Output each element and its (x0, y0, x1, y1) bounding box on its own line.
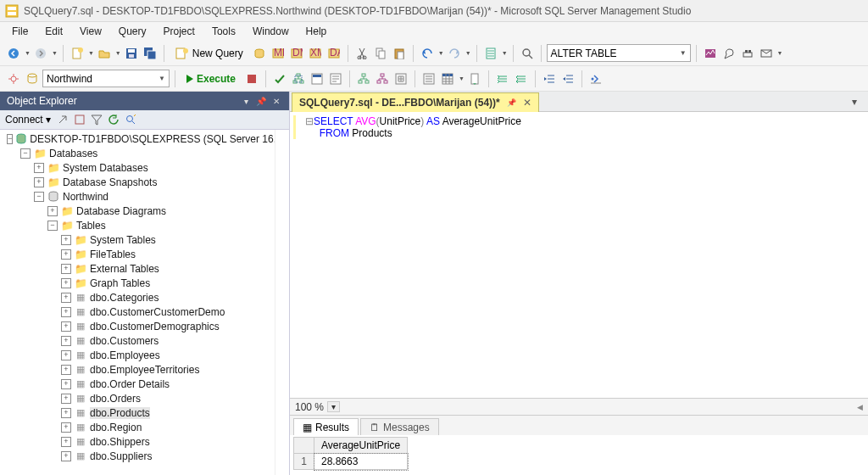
object-type-combo[interactable]: ALTER TABLE ▼ (547, 44, 691, 62)
menu-tools[interactable]: Tools (203, 24, 244, 39)
new-query-button[interactable]: New Query (170, 45, 249, 62)
client-stats-button[interactable] (392, 70, 409, 87)
solution-button[interactable] (482, 45, 499, 62)
save-all-button[interactable] (142, 45, 159, 62)
tables-node[interactable]: Tables (76, 220, 106, 232)
menu-file[interactable]: File (3, 24, 36, 39)
find-button[interactable] (519, 45, 536, 62)
activity-monitor-button[interactable] (702, 45, 719, 62)
pin-icon[interactable]: 📌 (507, 98, 516, 107)
dmx-query-button[interactable]: DMX (288, 45, 305, 62)
parse-button[interactable] (271, 70, 288, 87)
outline-collapse-icon[interactable]: ⊟ (305, 115, 314, 127)
nav-fwd-button[interactable] (32, 45, 49, 62)
table-node[interactable]: dbo.Orders (90, 393, 141, 405)
scroll-left-icon[interactable]: ◀ (857, 403, 863, 411)
refresh-icon[interactable] (107, 113, 120, 126)
menu-edit[interactable]: Edit (36, 24, 71, 39)
table-node[interactable]: dbo.Region (90, 422, 142, 433)
copy-button[interactable] (372, 45, 389, 62)
db-engine-query-button[interactable] (251, 45, 268, 62)
dropdown-arrow-icon[interactable]: ▼ (459, 75, 465, 81)
server-node[interactable]: DESKTOP-TD1FBDO\SQLEXPRESS (SQL Server 1… (30, 133, 285, 145)
table-node[interactable]: dbo.CustomerCustomerDemo (90, 306, 225, 318)
undo-button[interactable] (419, 45, 436, 62)
dropdown-arrow-icon[interactable]: ▼ (52, 50, 58, 56)
diagrams-node[interactable]: Database Diagrams (76, 205, 166, 217)
object-explorer-tree[interactable]: −DESKTOP-TD1FBDO\SQLEXPRESS (SQL Server … (0, 130, 289, 475)
cancel-query-button[interactable] (243, 70, 260, 87)
xmla-query-button[interactable]: XMLA (307, 45, 324, 62)
menu-help[interactable]: Help (298, 24, 336, 39)
results-file-button[interactable] (466, 70, 483, 87)
graph-tables-node[interactable]: Graph Tables (90, 277, 150, 289)
close-tab-icon[interactable]: ✕ (523, 97, 531, 109)
uncomment-button[interactable] (513, 70, 530, 87)
menu-view[interactable]: View (71, 24, 110, 39)
menu-project[interactable]: Project (155, 24, 203, 39)
table-node[interactable]: dbo.Categories (90, 292, 159, 304)
dropdown-arrow-icon[interactable]: ▼ (88, 50, 94, 56)
dropdown-arrow-icon[interactable]: ▼ (502, 50, 508, 56)
redo-button[interactable] (446, 45, 463, 62)
filetables-node[interactable]: FileTables (90, 249, 136, 260)
dropdown-arrow-icon[interactable]: ▼ (115, 50, 121, 56)
tool-a-button[interactable] (721, 45, 737, 62)
sql-editor[interactable]: ⊟ SELECT AVG(UnitPrice) AS AverageUnitPr… (290, 112, 868, 398)
dropdown-icon[interactable]: ▾ (240, 95, 252, 107)
specify-values-button[interactable] (587, 70, 604, 87)
table-node[interactable]: dbo.EmployeeTerritories (90, 364, 199, 376)
active-document-tab[interactable]: SQLQuery7.sql - DE...FBDO\Marijan (54))*… (292, 92, 539, 112)
pin-icon[interactable]: 📌 (255, 95, 267, 107)
menu-query[interactable]: Query (110, 24, 155, 39)
paste-button[interactable] (391, 45, 408, 62)
dropdown-arrow-icon[interactable]: ▼ (438, 50, 444, 56)
dropdown-arrow-icon[interactable]: ▼ (25, 50, 31, 56)
menu-window[interactable]: Window (244, 24, 298, 39)
search-icon[interactable] (124, 113, 137, 126)
nav-back-button[interactable] (5, 45, 22, 62)
table-node[interactable]: dbo.Customers (90, 335, 159, 347)
northwind-node[interactable]: Northwind (63, 191, 108, 203)
result-cell[interactable]: 28.8663 (314, 454, 408, 470)
ext-tables-node[interactable]: External Tables (90, 263, 159, 275)
query-options-button[interactable] (309, 70, 326, 87)
zoom-dropdown[interactable]: ▾ (327, 401, 340, 412)
dax-query-button[interactable]: DAX (326, 45, 342, 62)
sys-tables-node[interactable]: System Tables (90, 234, 156, 246)
results-grid-button[interactable] (439, 70, 456, 87)
results-text-button[interactable] (420, 70, 437, 87)
as-query-button[interactable]: MDX (270, 45, 287, 62)
tab-overflow-icon[interactable]: ▾ (846, 93, 863, 110)
disconnect-icon[interactable] (56, 113, 70, 126)
tool-c-button[interactable] (758, 45, 775, 62)
save-button[interactable] (123, 45, 140, 62)
results-grid[interactable]: AverageUnitPrice 1 28.8663 (290, 435, 868, 475)
new-item-button[interactable] (69, 45, 86, 62)
sys-db-node[interactable]: System Databases (63, 162, 148, 174)
live-stats-button[interactable] (374, 70, 391, 87)
include-plan-button[interactable] (355, 70, 372, 87)
indent-button[interactable] (541, 70, 558, 87)
close-icon[interactable]: ✕ (270, 95, 282, 107)
table-node[interactable]: dbo.Shippers (90, 436, 150, 448)
dropdown-arrow-icon[interactable]: ▼ (465, 50, 471, 56)
table-node[interactable]: dbo.Employees (90, 349, 160, 361)
table-node[interactable]: dbo.Products (90, 407, 150, 419)
dropdown-arrow-icon[interactable]: ▼ (777, 50, 783, 56)
results-tab[interactable]: ▦ Results (293, 418, 359, 435)
debug-target-button[interactable] (5, 70, 22, 87)
table-node[interactable]: dbo.Suppliers (90, 450, 152, 462)
display-plan-button[interactable] (290, 70, 307, 87)
connect-button[interactable]: Connect ▾ (5, 114, 51, 126)
change-connection-button[interactable] (24, 70, 41, 87)
cut-button[interactable] (353, 45, 370, 62)
db-snap-node[interactable]: Database Snapshots (63, 176, 157, 188)
open-button[interactable] (96, 45, 113, 62)
table-node[interactable]: dbo.CustomerDemographics (90, 321, 220, 332)
table-node[interactable]: dbo.Order Details (90, 378, 170, 390)
execute-button[interactable]: Execute (181, 70, 242, 87)
column-header[interactable]: AverageUnitPrice (314, 438, 408, 454)
filter-icon[interactable] (90, 113, 103, 126)
intellisense-button[interactable] (327, 70, 344, 87)
